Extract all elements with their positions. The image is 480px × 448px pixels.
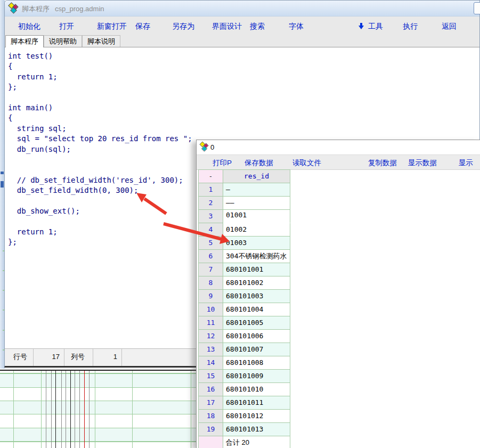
grid-line bbox=[41, 371, 42, 448]
grid-line bbox=[51, 371, 52, 448]
cell-res-id[interactable]: 680101010 bbox=[223, 383, 290, 396]
window-control-button[interactable] bbox=[474, 2, 480, 14]
cell-res-id[interactable]: 680101003 bbox=[223, 290, 290, 303]
editor-toolbar: 初始化打开新窗打开保存另存为界面设计搜索字体工具执行返回 bbox=[5, 17, 479, 36]
row-number[interactable]: 15 bbox=[199, 370, 223, 383]
screen: 脚本程序csp_prog.admin 初始化打开新窗打开保存另存为界面设计搜索字… bbox=[0, 0, 480, 448]
table-row-9: 9680101003 bbox=[199, 290, 290, 303]
toolbar-button-9[interactable]: 工具 bbox=[359, 22, 383, 31]
row-number[interactable]: 1 bbox=[199, 183, 223, 197]
cell-res-id[interactable]: 680101005 bbox=[223, 316, 290, 330]
cell-res-id[interactable]: 01001 bbox=[223, 210, 290, 223]
row-number[interactable]: 19 bbox=[199, 423, 223, 436]
line-number-value: 17 bbox=[34, 349, 64, 366]
cell-res-id[interactable]: —— bbox=[223, 197, 290, 210]
tab-3[interactable]: 脚本说明 bbox=[82, 35, 120, 47]
row-number[interactable]: 12 bbox=[199, 330, 223, 343]
row-number[interactable]: 11 bbox=[199, 316, 223, 330]
grid-line-red bbox=[84, 371, 85, 448]
row-number[interactable]: 5 bbox=[199, 237, 223, 250]
grid-stripes bbox=[0, 373, 196, 448]
tab-2[interactable]: 说明帮助 bbox=[44, 35, 82, 47]
row-number[interactable]: 6 bbox=[199, 250, 223, 263]
result-titlebar[interactable]: 0 bbox=[197, 140, 480, 154]
row-number[interactable]: 4 bbox=[199, 223, 223, 237]
toolbar-button-6[interactable]: 界面设计 bbox=[212, 22, 242, 31]
result-toolbar-button-3[interactable]: 读取文件 bbox=[292, 158, 321, 168]
grid-line bbox=[132, 371, 133, 448]
row-number[interactable]: 10 bbox=[199, 303, 223, 316]
toolbar-button-8[interactable]: 字体 bbox=[289, 22, 304, 31]
column-header-res-id[interactable]: res_id bbox=[223, 170, 290, 183]
result-toolbar-button-1[interactable]: 打印P bbox=[213, 158, 232, 168]
toolbar-button-4[interactable]: 保存 bbox=[135, 22, 150, 31]
result-toolbar-button-4[interactable]: 复制数据 bbox=[368, 158, 397, 168]
toolbar-button-2[interactable]: 打开 bbox=[59, 22, 74, 31]
result-toolbar-button-5[interactable]: 显示数据 bbox=[408, 158, 437, 168]
result-toolbar-button-6[interactable]: 显示 bbox=[459, 158, 473, 168]
footer-total-cell[interactable]: 合计 20 bbox=[223, 436, 290, 448]
cell-res-id[interactable]: 01002 bbox=[223, 223, 290, 237]
toolbar-button-1[interactable]: 初始化 bbox=[18, 22, 40, 31]
code-line: { bbox=[8, 61, 479, 71]
row-number[interactable]: 14 bbox=[199, 356, 223, 370]
row-number[interactable]: 8 bbox=[199, 276, 223, 290]
app-icon bbox=[200, 142, 209, 151]
result-toolbar-button-2[interactable]: 保存数据 bbox=[245, 158, 273, 168]
row-number[interactable]: 7 bbox=[199, 263, 223, 276]
grid-line bbox=[89, 371, 90, 448]
toolbar-button-7[interactable]: 搜索 bbox=[250, 22, 265, 31]
row-number[interactable]: 16 bbox=[199, 383, 223, 396]
cell-res-id[interactable]: 680101013 bbox=[223, 423, 290, 436]
result-window-title: 0 bbox=[210, 143, 214, 151]
cell-res-id[interactable]: 680101012 bbox=[223, 410, 290, 423]
row-number[interactable]: 17 bbox=[199, 396, 223, 410]
titlebar[interactable]: 脚本程序csp_prog.admin bbox=[5, 1, 479, 17]
table-row-4: 401002 bbox=[199, 223, 290, 237]
table-row-14: 14680101008 bbox=[199, 356, 290, 370]
cell-res-id[interactable]: 01003 bbox=[223, 237, 290, 250]
query-result-window: 0 打印P保存数据读取文件复制数据显示数据显示 -res_id1—2——3010… bbox=[196, 140, 480, 448]
cell-res-id[interactable]: 304不锈钢检测药水 bbox=[223, 250, 290, 263]
strip-mark bbox=[1, 181, 4, 188]
code-line: }; bbox=[8, 82, 479, 92]
table-row-7: 7680101001 bbox=[199, 263, 290, 276]
grid-line bbox=[61, 371, 62, 448]
table-row-16: 16680101010 bbox=[199, 383, 290, 396]
cell-res-id[interactable]: 680101006 bbox=[223, 330, 290, 343]
grid-line bbox=[79, 371, 80, 448]
table-corner-header[interactable]: - bbox=[199, 170, 223, 183]
down-arrow-icon bbox=[359, 23, 364, 29]
background-grid bbox=[0, 370, 196, 448]
window-title: 脚本程序csp_prog.admin bbox=[22, 4, 104, 14]
cell-res-id[interactable]: 680101011 bbox=[223, 396, 290, 410]
grid-line bbox=[191, 371, 191, 448]
grid-line bbox=[66, 371, 66, 448]
table-row-8: 8680101002 bbox=[199, 276, 290, 290]
column-number-label: 列号 bbox=[64, 349, 93, 366]
cell-res-id[interactable]: 680101001 bbox=[223, 263, 290, 276]
row-number[interactable]: 18 bbox=[199, 410, 223, 423]
tab-1[interactable]: 脚本程序 bbox=[5, 35, 44, 47]
cell-res-id[interactable]: 680101007 bbox=[223, 343, 290, 356]
row-number[interactable]: 13 bbox=[199, 343, 223, 356]
toolbar-button-5[interactable]: 另存为 bbox=[172, 22, 194, 31]
grid-line bbox=[13, 371, 14, 448]
cell-res-id[interactable]: 680101002 bbox=[223, 276, 290, 290]
grid-line bbox=[55, 371, 56, 448]
toolbar-button-10[interactable]: 执行 bbox=[403, 22, 418, 31]
cell-res-id[interactable]: 680101009 bbox=[223, 370, 290, 383]
code-line bbox=[8, 93, 479, 103]
cell-res-id[interactable]: 680101004 bbox=[223, 303, 290, 316]
cell-res-id[interactable]: — bbox=[223, 183, 290, 197]
cell-res-id[interactable]: 680101008 bbox=[223, 356, 290, 370]
row-number[interactable]: 3 bbox=[199, 210, 223, 223]
footer-corner-cell[interactable] bbox=[199, 436, 223, 448]
toolbar-button-11[interactable]: 返回 bbox=[442, 22, 457, 31]
row-number[interactable]: 9 bbox=[199, 290, 223, 303]
table-header-row: -res_id bbox=[199, 170, 290, 183]
code-line: { bbox=[8, 113, 479, 123]
toolbar-button-3[interactable]: 新窗打开 bbox=[97, 22, 127, 31]
row-number[interactable]: 2 bbox=[199, 197, 223, 210]
grid-line bbox=[46, 371, 46, 448]
